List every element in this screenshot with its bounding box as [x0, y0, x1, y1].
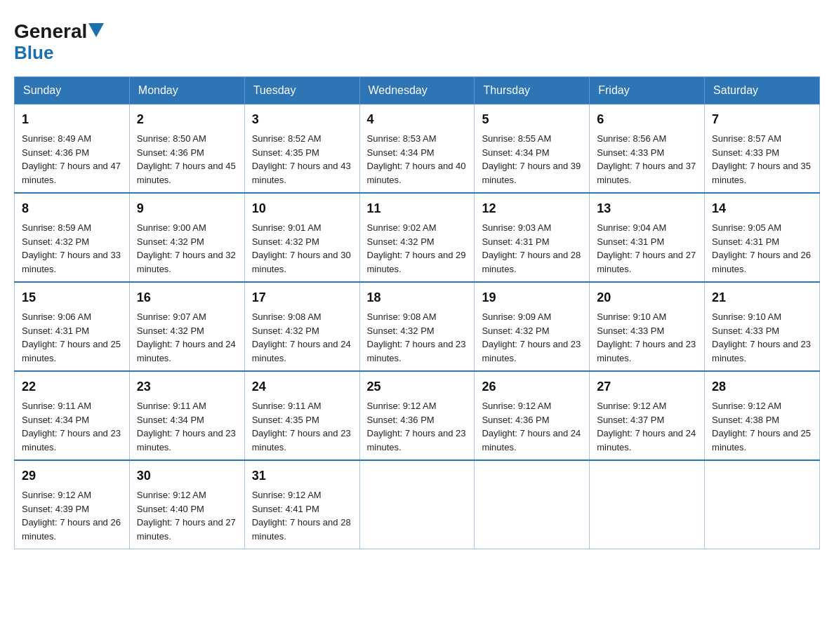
day-number: 25 [367, 377, 468, 396]
sunset-info: Sunset: 4:40 PM [137, 504, 204, 514]
day-number: 7 [712, 110, 812, 129]
sunset-info: Sunset: 4:37 PM [597, 415, 664, 425]
header-saturday: Saturday [705, 77, 820, 105]
day-number: 30 [137, 467, 237, 485]
day-number: 17 [252, 288, 352, 307]
sunrise-info: Sunrise: 9:12 AM [712, 401, 781, 411]
daylight-info: Daylight: 7 hours and 23 minutes. [137, 428, 236, 452]
calendar-cell: 4 Sunrise: 8:53 AM Sunset: 4:34 PM Dayli… [359, 105, 475, 194]
calendar-header-row: SundayMondayTuesdayWednesdayThursdayFrid… [15, 77, 820, 105]
daylight-info: Daylight: 7 hours and 23 minutes. [22, 428, 121, 452]
daylight-info: Daylight: 7 hours and 29 minutes. [367, 250, 466, 274]
daylight-info: Daylight: 7 hours and 39 minutes. [482, 161, 581, 185]
sunset-info: Sunset: 4:32 PM [367, 326, 435, 336]
sunset-info: Sunset: 4:31 PM [22, 326, 89, 336]
calendar-cell [590, 460, 705, 549]
logo: General Blue [14, 14, 104, 62]
day-number: 15 [22, 288, 122, 307]
day-number: 19 [482, 288, 582, 307]
calendar-cell: 17 Sunrise: 9:08 AM Sunset: 4:32 PM Dayl… [244, 282, 359, 371]
calendar-cell [475, 460, 590, 549]
calendar-cell: 31 Sunrise: 9:12 AM Sunset: 4:41 PM Dayl… [244, 460, 359, 549]
sunset-info: Sunset: 4:41 PM [252, 504, 319, 514]
sunrise-info: Sunrise: 9:10 AM [712, 311, 781, 322]
calendar-cell: 7 Sunrise: 8:57 AM Sunset: 4:33 PM Dayli… [705, 105, 820, 194]
header-wednesday: Wednesday [359, 77, 475, 105]
sunrise-info: Sunrise: 9:04 AM [597, 222, 666, 233]
daylight-info: Daylight: 7 hours and 43 minutes. [252, 161, 351, 185]
sunrise-info: Sunrise: 9:08 AM [367, 311, 437, 322]
daylight-info: Daylight: 7 hours and 23 minutes. [597, 339, 696, 363]
calendar-cell: 3 Sunrise: 8:52 AM Sunset: 4:35 PM Dayli… [244, 105, 359, 194]
day-number: 14 [712, 199, 812, 218]
calendar-table: SundayMondayTuesdayWednesdayThursdayFrid… [14, 76, 820, 549]
sunrise-info: Sunrise: 9:08 AM [252, 311, 322, 322]
sunrise-info: Sunrise: 8:59 AM [22, 222, 91, 233]
calendar-cell: 28 Sunrise: 9:12 AM Sunset: 4:38 PM Dayl… [705, 371, 820, 460]
day-number: 5 [482, 110, 582, 129]
day-number: 18 [367, 288, 468, 307]
sunset-info: Sunset: 4:36 PM [22, 147, 89, 158]
sunrise-info: Sunrise: 9:07 AM [137, 311, 206, 322]
daylight-info: Daylight: 7 hours and 25 minutes. [22, 339, 121, 363]
svg-marker-0 [88, 23, 104, 37]
sunrise-info: Sunrise: 8:53 AM [367, 133, 437, 144]
sunset-info: Sunset: 4:31 PM [482, 236, 549, 247]
daylight-info: Daylight: 7 hours and 47 minutes. [22, 161, 121, 185]
calendar-cell: 18 Sunrise: 9:08 AM Sunset: 4:32 PM Dayl… [359, 282, 475, 371]
daylight-info: Daylight: 7 hours and 27 minutes. [597, 250, 696, 274]
header-thursday: Thursday [475, 77, 590, 105]
calendar-cell: 16 Sunrise: 9:07 AM Sunset: 4:32 PM Dayl… [129, 282, 244, 371]
day-number: 21 [712, 288, 812, 307]
sunset-info: Sunset: 4:32 PM [252, 236, 319, 247]
sunset-info: Sunset: 4:36 PM [367, 415, 435, 425]
calendar-week-row: 1 Sunrise: 8:49 AM Sunset: 4:36 PM Dayli… [15, 105, 820, 194]
daylight-info: Daylight: 7 hours and 24 minutes. [252, 339, 351, 363]
calendar-cell: 20 Sunrise: 9:10 AM Sunset: 4:33 PM Dayl… [590, 282, 705, 371]
sunset-info: Sunset: 4:36 PM [482, 415, 549, 425]
sunrise-info: Sunrise: 9:12 AM [482, 401, 551, 411]
sunset-info: Sunset: 4:34 PM [367, 147, 435, 158]
logo-text-blue: Blue [14, 42, 53, 63]
sunrise-info: Sunrise: 9:10 AM [597, 311, 666, 322]
day-number: 12 [482, 199, 582, 218]
sunrise-info: Sunrise: 9:12 AM [137, 490, 206, 500]
calendar-cell: 25 Sunrise: 9:12 AM Sunset: 4:36 PM Dayl… [359, 371, 475, 460]
sunset-info: Sunset: 4:34 PM [22, 415, 89, 425]
calendar-cell: 6 Sunrise: 8:56 AM Sunset: 4:33 PM Dayli… [590, 105, 705, 194]
logo-text-general: General [14, 21, 87, 43]
sunset-info: Sunset: 4:33 PM [712, 147, 779, 158]
day-number: 13 [597, 199, 697, 218]
calendar-cell [359, 460, 475, 549]
daylight-info: Daylight: 7 hours and 30 minutes. [252, 250, 351, 274]
calendar-week-row: 22 Sunrise: 9:11 AM Sunset: 4:34 PM Dayl… [15, 371, 820, 460]
sunrise-info: Sunrise: 9:09 AM [482, 311, 551, 322]
daylight-info: Daylight: 7 hours and 24 minutes. [482, 428, 581, 452]
sunrise-info: Sunrise: 9:01 AM [252, 222, 322, 233]
calendar-cell: 8 Sunrise: 8:59 AM Sunset: 4:32 PM Dayli… [15, 193, 130, 282]
sunrise-info: Sunrise: 9:11 AM [22, 401, 91, 411]
sunset-info: Sunset: 4:32 PM [482, 326, 549, 336]
sunrise-info: Sunrise: 9:12 AM [22, 490, 91, 500]
sunset-info: Sunset: 4:34 PM [482, 147, 549, 158]
day-number: 29 [22, 467, 122, 485]
calendar-cell [705, 460, 820, 549]
sunset-info: Sunset: 4:31 PM [712, 236, 779, 247]
header-tuesday: Tuesday [244, 77, 359, 105]
day-number: 2 [137, 110, 237, 129]
calendar-week-row: 15 Sunrise: 9:06 AM Sunset: 4:31 PM Dayl… [15, 282, 820, 371]
daylight-info: Daylight: 7 hours and 28 minutes. [252, 517, 351, 542]
calendar-cell: 13 Sunrise: 9:04 AM Sunset: 4:31 PM Dayl… [590, 193, 705, 282]
day-number: 27 [597, 377, 697, 396]
daylight-info: Daylight: 7 hours and 23 minutes. [367, 428, 466, 452]
calendar-cell: 29 Sunrise: 9:12 AM Sunset: 4:39 PM Dayl… [15, 460, 130, 549]
daylight-info: Daylight: 7 hours and 35 minutes. [712, 161, 811, 185]
calendar-week-row: 29 Sunrise: 9:12 AM Sunset: 4:39 PM Dayl… [15, 460, 820, 549]
day-number: 16 [137, 288, 237, 307]
daylight-info: Daylight: 7 hours and 24 minutes. [597, 428, 696, 452]
sunset-info: Sunset: 4:32 PM [137, 326, 204, 336]
sunset-info: Sunset: 4:36 PM [137, 147, 204, 158]
sunrise-info: Sunrise: 9:06 AM [22, 311, 91, 322]
day-number: 4 [367, 110, 468, 129]
sunset-info: Sunset: 4:33 PM [597, 147, 664, 158]
